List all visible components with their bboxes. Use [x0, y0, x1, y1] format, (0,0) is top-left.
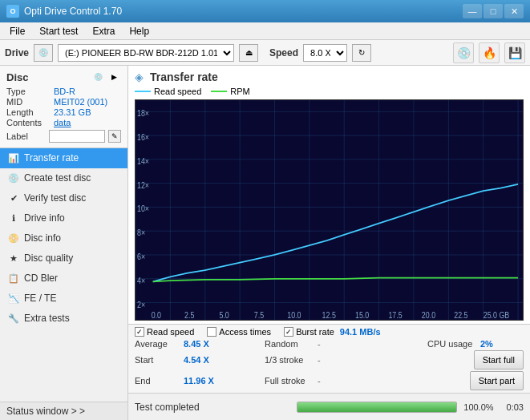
disc-info-btn[interactable]: ▶ [107, 71, 121, 83]
disc-contents-label: Contents [6, 118, 51, 127]
stat-row-random: Random - [265, 339, 426, 349]
disc-section-label: Disc [6, 71, 28, 83]
nav-item-disc-info[interactable]: 📀 Disc info [0, 228, 127, 248]
main-content: ◈ Transfer rate Read speed RPM [128, 66, 530, 420]
checkbox-access-times-label: Access times [219, 327, 271, 337]
nav-label-disc-quality: Disc quality [24, 252, 73, 264]
nav-label-verify-test-disc: Verify test disc [24, 192, 86, 204]
stat-average-name: Average [135, 339, 179, 349]
checkbox-access-times-box[interactable] [207, 327, 216, 337]
sidebar: Disc 💿 ▶ Type BD-R MID MEIT02 (001) Leng… [0, 66, 128, 420]
disc-label-row: Label ✎ [6, 130, 121, 143]
disc-view-btn[interactable]: 💿 [91, 71, 105, 83]
checkbox-burst-rate[interactable]: ✓ Burst rate 94.1 MB/s [284, 327, 380, 337]
burn-icon-btn[interactable]: 🔥 [479, 42, 500, 63]
nav-item-extra-tests[interactable]: 🔧 Extra tests [0, 309, 127, 329]
start-part-button[interactable]: Start part [470, 371, 524, 390]
time-label: 0:03 [507, 402, 524, 412]
save-icon-btn[interactable]: 💾 [504, 42, 525, 63]
nav-label-disc-info: Disc info [24, 232, 61, 244]
svg-text:8×: 8× [137, 228, 145, 237]
start-full-container: Start full [427, 350, 524, 370]
drive-bar: Drive 💿 (E:) PIONEER BD-RW BDR-212D 1.01… [0, 40, 530, 66]
checkbox-read-speed-box[interactable]: ✓ [135, 327, 144, 337]
stat-full-stroke-value: - [318, 376, 321, 386]
speed-select[interactable]: 8.0 X [303, 44, 347, 62]
cd-bler-icon: 📋 [8, 273, 19, 284]
disc-info-icon: 📀 [8, 232, 19, 244]
stat-random-value: - [318, 339, 321, 349]
chart-svg-area: 18× 16× 14× 12× 10× 8× 6× 4× 2× 0.0 2.5 … [135, 99, 524, 321]
speed-refresh-btn[interactable]: ↻ [352, 44, 371, 62]
chart-title-icon: ◈ [135, 71, 144, 83]
legend-read-speed-color [135, 91, 151, 92]
nav-item-cd-bler[interactable]: 📋 CD Bler [0, 269, 127, 289]
disc-length-value: 23.31 GB [54, 107, 91, 117]
create-test-disc-icon: 💿 [8, 172, 19, 184]
svg-text:7.5: 7.5 [254, 310, 265, 320]
nav-label-drive-info: Drive info [24, 212, 65, 224]
svg-text:10×: 10× [137, 204, 149, 214]
checkbox-burst-rate-label: Burst rate [296, 327, 334, 337]
chart-title-bar: ◈ Transfer rate [135, 71, 524, 83]
nav-item-transfer-rate[interactable]: 📊 Transfer rate [0, 148, 127, 168]
menu-file[interactable]: File [3, 24, 31, 38]
speed-label: Speed [269, 47, 298, 59]
drive-info-icon: ℹ [8, 212, 19, 224]
nav-label-transfer-rate: Transfer rate [24, 152, 79, 164]
disc-label-edit-btn[interactable]: ✎ [108, 130, 121, 143]
nav-item-disc-quality[interactable]: ★ Disc quality [0, 248, 127, 269]
svg-text:12.5: 12.5 [322, 310, 337, 320]
nav-label-cd-bler: CD Bler [24, 273, 58, 284]
verify-test-disc-icon: ✔ [8, 192, 19, 204]
status-window-button[interactable]: Status window > > [0, 402, 127, 420]
fe-te-icon: 📉 [8, 293, 19, 304]
close-button[interactable]: ✕ [504, 4, 524, 18]
drive-icon-btn[interactable]: 💿 [34, 44, 53, 62]
disc-contents-value[interactable]: data [54, 118, 71, 127]
stat-row-start: Start 4.54 X [135, 350, 263, 370]
chart-legend: Read speed RPM [135, 87, 524, 96]
eject-button[interactable]: ⏏ [239, 44, 258, 62]
minimize-button[interactable]: — [463, 4, 482, 18]
legend-read-speed-label: Read speed [154, 87, 201, 96]
stat-cpu-value: 2% [480, 339, 493, 349]
svg-text:16×: 16× [137, 132, 149, 142]
checkbox-read-speed[interactable]: ✓ Read speed [135, 327, 194, 337]
menu-start-test[interactable]: Start test [33, 24, 84, 38]
chart-container: ◈ Transfer rate Read speed RPM [128, 66, 530, 324]
disc-type-row: Type BD-R [6, 87, 121, 96]
svg-text:25.0 GB: 25.0 GB [483, 310, 510, 320]
maximize-button[interactable]: □ [483, 4, 503, 18]
menu-extra[interactable]: Extra [86, 24, 121, 38]
nav-item-create-test-disc[interactable]: 💿 Create test disc [0, 168, 127, 188]
stat-row-full-stroke: Full stroke - [265, 371, 426, 390]
burst-rate-value: 94.1 MB/s [340, 327, 381, 337]
drive-select[interactable]: (E:) PIONEER BD-RW BDR-212D 1.01 [58, 44, 234, 62]
transfer-rate-icon: 📊 [8, 152, 19, 164]
disc-length-label: Length [6, 107, 51, 117]
status-window-label: Status window > > [6, 406, 85, 417]
disc-panel: Disc 💿 ▶ Type BD-R MID MEIT02 (001) Leng… [0, 66, 127, 148]
stat-full-stroke-name: Full stroke [265, 376, 313, 386]
stat-end-name: End [135, 376, 179, 386]
checkbox-access-times[interactable]: Access times [207, 327, 271, 337]
nav-item-fe-te[interactable]: 📉 FE / TE [0, 289, 127, 309]
extra-tests-icon: 🔧 [8, 313, 19, 324]
legend-read-speed: Read speed [135, 87, 201, 96]
disc-label-input[interactable] [49, 130, 105, 143]
svg-text:6×: 6× [137, 252, 145, 261]
menu-help[interactable]: Help [123, 24, 156, 38]
bottom-bar: Test completed 100.0% 0:03 [128, 393, 530, 420]
nav-item-drive-info[interactable]: ℹ Drive info [0, 208, 127, 228]
start-full-button[interactable]: Start full [474, 350, 524, 370]
stat-cpu-name: CPU usage [427, 339, 475, 349]
checkboxes-row: ✓ Read speed Access times ✓ Burst rate 9… [135, 327, 524, 337]
stat-1-3-stroke-name: 1/3 stroke [265, 355, 313, 365]
disc-label-name: Label [6, 131, 46, 141]
disc-icon-btn[interactable]: 💿 [453, 42, 474, 63]
stat-average-value: 8.45 X [184, 339, 209, 349]
stat-start-value: 4.54 X [184, 355, 209, 365]
checkbox-burst-rate-box[interactable]: ✓ [284, 327, 293, 337]
nav-item-verify-test-disc[interactable]: ✔ Verify test disc [0, 188, 127, 208]
